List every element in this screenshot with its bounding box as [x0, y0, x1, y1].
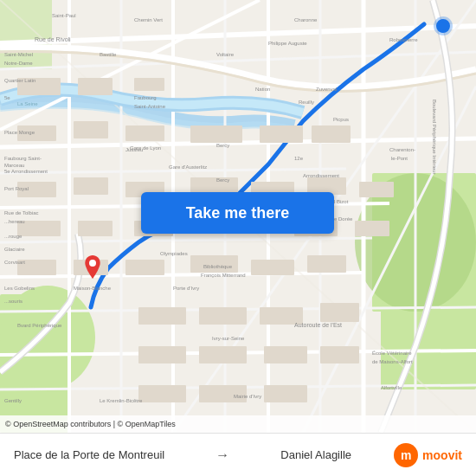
moovit-icon: m: [394, 443, 418, 467]
svg-rect-60: [199, 346, 247, 363]
take-me-there-button[interactable]: Take me there: [141, 192, 334, 234]
svg-text:Mairie d'Ivry: Mairie d'Ivry: [234, 394, 261, 399]
svg-text:le-Pont: le-Pont: [391, 156, 408, 161]
svg-text:Bibliothèque: Bibliothèque: [203, 264, 233, 269]
svg-text:Alfortville: Alfortville: [381, 385, 402, 390]
svg-line-11: [0, 238, 372, 242]
svg-text:Arrondissement: Arrondissement: [303, 173, 339, 178]
svg-rect-59: [138, 346, 186, 363]
svg-text:Charenton-: Charenton-: [389, 147, 415, 152]
svg-rect-33: [125, 125, 164, 141]
svg-text:Gare d'Austerlitz: Gare d'Austerlitz: [169, 164, 207, 170]
svg-rect-63: [138, 385, 186, 402]
svg-rect-32: [74, 121, 108, 138]
svg-text:Robespierre: Robespierre: [389, 37, 418, 42]
svg-rect-55: [138, 307, 186, 325]
svg-text:Saint-Antoine: Saint-Antoine: [134, 104, 166, 109]
svg-rect-43: [359, 182, 394, 197]
svg-text:Bvard Périphérique: Bvard Périphérique: [17, 323, 62, 328]
svg-text:Faubourg Saint-: Faubourg Saint-: [4, 156, 42, 161]
bottom-bar: Place de la Porte de Montreuil → Daniel …: [0, 433, 476, 476]
svg-point-123: [89, 260, 96, 267]
svg-rect-35: [260, 125, 303, 143]
svg-rect-34: [190, 125, 242, 143]
svg-text:5e: 5e: [4, 95, 10, 100]
svg-text:Bastille: Bastille: [100, 52, 117, 57]
svg-text:Voltaire: Voltaire: [216, 52, 235, 57]
svg-text:Philippe Auguste: Philippe Auguste: [268, 41, 307, 46]
svg-text:Picpus: Picpus: [333, 117, 349, 122]
destination-pin: [82, 255, 103, 281]
svg-rect-29: [78, 78, 113, 95]
svg-line-7: [0, 52, 476, 69]
route-arrow: →: [215, 447, 229, 463]
svg-text:Marceau: Marceau: [4, 163, 24, 168]
map-attribution: © OpenStreetMap contributors | © OpenMap…: [0, 415, 476, 433]
svg-text:...souris: ...souris: [4, 299, 23, 304]
svg-rect-36: [312, 125, 351, 143]
svg-text:École Vétérinaire: École Vétérinaire: [372, 351, 412, 356]
start-pin: [436, 19, 450, 33]
svg-text:5e Arrondissement: 5e Arrondissement: [4, 169, 48, 174]
svg-text:Rue de Tolbiac: Rue de Tolbiac: [4, 210, 39, 215]
svg-text:Reuilly: Reuilly: [299, 100, 314, 105]
svg-rect-5: [0, 0, 52, 69]
svg-rect-61: [264, 346, 307, 363]
svg-text:de Maisons-Alfort: de Maisons-Alfort: [372, 359, 413, 364]
svg-text:Rue de Rivoli: Rue de Rivoli: [35, 36, 71, 42]
svg-text:Gentilly: Gentilly: [4, 398, 22, 403]
svg-text:Port Royal: Port Royal: [4, 186, 29, 191]
svg-text:Maison-Blanche: Maison-Blanche: [74, 286, 112, 291]
svg-text:Bercy: Bercy: [216, 177, 229, 183]
svg-text:Nation: Nation: [255, 87, 270, 92]
svg-text:Ivry-sur-Seine: Ivry-sur-Seine: [212, 336, 245, 341]
svg-text:Place Monge: Place Monge: [4, 130, 35, 135]
svg-rect-54: [307, 255, 346, 273]
svg-text:Bercy: Bercy: [216, 143, 229, 148]
svg-text:Faubourg: Faubourg: [134, 95, 157, 100]
svg-rect-62: [320, 346, 359, 363]
svg-text:François Mitterrand: François Mitterrand: [201, 273, 246, 278]
svg-rect-45: [78, 221, 113, 236]
moovit-logo: m moovit: [394, 443, 462, 467]
svg-rect-53: [251, 260, 294, 275]
svg-text:Le Kremlin-Bicêtre: Le Kremlin-Bicêtre: [100, 398, 143, 403]
svg-text:Quartier Latin: Quartier Latin: [4, 78, 35, 83]
svg-text:Jussieu: Jussieu: [125, 147, 143, 152]
svg-text:Glaciaire: Glaciaire: [4, 247, 25, 252]
route-from: Place de la Porte de Montreuil: [14, 448, 164, 461]
svg-rect-38: [74, 177, 108, 195]
map-container: Rue de Rivoli La Seine Gare de Lyon Gare…: [0, 0, 476, 433]
svg-text:Notre-Dame: Notre-Dame: [4, 61, 33, 66]
svg-text:Zuvenval: Zuvenval: [316, 87, 337, 92]
svg-text:...hereau: ...hereau: [4, 219, 25, 224]
svg-text:Charonne: Charonne: [294, 17, 318, 23]
svg-rect-56: [199, 307, 247, 325]
svg-text:12e: 12e: [294, 156, 304, 161]
svg-text:Chemin Vert: Chemin Vert: [134, 17, 163, 23]
svg-text:La Seine: La Seine: [17, 101, 38, 106]
svg-text:Corvisart: Corvisart: [4, 260, 25, 265]
svg-rect-30: [134, 78, 164, 91]
svg-text:Saint-Michel: Saint-Michel: [4, 52, 33, 57]
svg-text:Les Gobelins: Les Gobelins: [4, 286, 35, 291]
svg-rect-65: [264, 385, 307, 402]
svg-rect-48: [355, 221, 389, 236]
svg-text:Boulevard Périphérique Intérie: Boulevard Périphérique Intérieur: [432, 100, 437, 174]
svg-text:Autoroute de l'Est: Autoroute de l'Est: [294, 322, 342, 328]
route-to: Daniel Alagille: [280, 448, 351, 461]
svg-rect-58: [320, 303, 359, 322]
svg-text:Olympiades: Olympiades: [160, 251, 188, 256]
svg-text:Saint-Paul: Saint-Paul: [52, 13, 76, 18]
svg-rect-51: [125, 260, 164, 275]
moovit-brand-name: moovit: [422, 448, 462, 462]
svg-text:Porte d'Ivry: Porte d'Ivry: [173, 286, 199, 291]
svg-text:...rouge: ...rouge: [4, 234, 23, 239]
attribution-text: © OpenStreetMap contributors | © OpenMap…: [5, 420, 176, 428]
